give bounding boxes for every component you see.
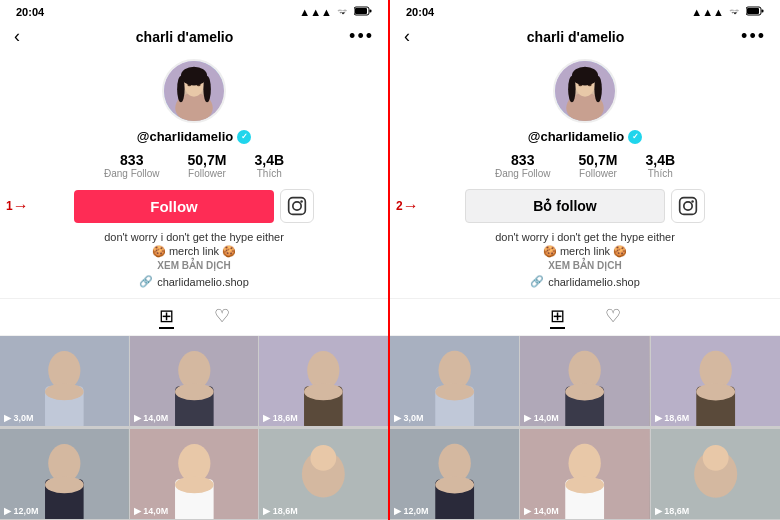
profile-section-right: @charlidamelio ✓ 833 Đang Follow 50,7M F… [390,51,780,298]
stat-following-right: 833 Đang Follow [495,152,551,179]
stat-followers-right: 50,7M Follower [579,152,618,179]
svg-point-26 [304,383,343,400]
video-count-3-left: ▶ 18,6M [263,413,298,423]
svg-point-37 [311,445,337,471]
right-panel: 20:04 ▲▲▲ [390,0,780,520]
tab-bookmark-right[interactable]: ♡ [605,305,621,329]
left-panel: 20:04 ▲▲▲ [0,0,390,520]
tab-grid-left[interactable]: ⊞ [159,305,174,329]
username-row-left: @charlidamelio ✓ [137,129,251,144]
shop-link-left[interactable]: 🔗 charlidamelio.shop [139,275,249,288]
battery-icon [354,6,372,18]
time-left: 20:04 [16,6,44,18]
signal-icon-right: ▲▲▲ [691,6,724,18]
stat-followers-label-left: Follower [188,168,226,179]
avatar-image-left [164,61,224,121]
video-thumb-6-left[interactable]: ▶ 18,6M [259,429,388,519]
bio-line1-left: don't worry i don't get the hype either [104,231,284,243]
status-bar-right: 20:04 ▲▲▲ [390,0,780,22]
svg-rect-1 [355,8,367,14]
tab-grid-right[interactable]: ⊞ [550,305,565,329]
tabs-bar-right: ⊞ ♡ [390,298,780,336]
annotation-left: 1 → [6,197,29,215]
svg-point-72 [566,476,605,493]
annotation-right: 2 → [396,197,419,215]
bio-line2-left: 🍪 merch link 🍪 [152,245,236,258]
stat-followers-label-right: Follower [579,168,617,179]
bio-line2-right: 🍪 merch link 🍪 [543,245,627,258]
video-count-5-left: ▶ 14,0M [134,506,169,516]
instagram-button-right[interactable] [671,189,705,223]
video-count-2-right: ▶ 14,0M [524,413,559,423]
video-thumb-1-left[interactable]: ▶ 3,0M [0,336,129,426]
translate-left[interactable]: XEM BẢN DỊCH [157,260,230,271]
video-thumb-3-left[interactable]: ▶ 18,6M [259,336,388,426]
wifi-icon-right [728,6,742,18]
bio-line1-right: don't worry i don't get the hype either [495,231,675,243]
video-thumb-6-right[interactable]: ▶ 18,6M [651,429,780,519]
back-button-left[interactable]: ‹ [14,26,20,47]
avatar-right [553,59,617,123]
stat-likes-left: 3,4B Thích [254,152,284,179]
avatar-left [162,59,226,123]
stats-row-right: 833 Đang Follow 50,7M Follower 3,4B Thíc… [495,152,675,179]
video-count-2-left: ▶ 14,0M [134,413,169,423]
svg-point-34 [175,476,214,493]
video-thumb-2-right[interactable]: ▶ 14,0M [520,336,649,426]
stats-row-left: 833 Đang Follow 50,7M Follower 3,4B Thíc… [104,152,284,179]
stat-following-number-left: 833 [120,152,143,168]
username-row-right: @charlidamelio ✓ [528,129,642,144]
stat-following-number-right: 833 [511,152,534,168]
battery-icon-right [746,6,764,18]
verified-badge-left: ✓ [237,130,251,144]
stat-likes-right: 3,4B Thích [645,152,675,179]
video-thumb-2-left[interactable]: ▶ 14,0M [130,336,259,426]
svg-point-11 [203,76,211,102]
svg-point-75 [702,444,728,470]
video-count-6-left: ▶ 18,6M [263,506,298,516]
app-container: 20:04 ▲▲▲ [0,0,780,520]
more-button-left[interactable]: ••• [349,26,374,47]
verified-badge-right: ✓ [628,130,642,144]
nav-bar-right: ‹ charli d'amelio ••• [390,22,780,51]
svg-point-22 [175,383,214,400]
svg-point-13 [293,202,301,210]
svg-point-51 [684,202,692,210]
nav-title-right: charli d'amelio [527,29,624,45]
svg-rect-2 [370,10,372,13]
stat-following-label-left: Đang Follow [104,168,160,179]
stat-likes-label-right: Thích [648,168,673,179]
translate-right[interactable]: XEM BẢN DỊCH [548,260,621,271]
svg-point-30 [45,476,84,493]
video-count-4-right: ▶ 12,0M [394,506,429,516]
video-count-5-right: ▶ 14,0M [524,506,559,516]
unfollow-button-right[interactable]: Bỏ follow [465,189,665,223]
video-thumb-1-right[interactable]: ▶ 3,0M [390,336,519,426]
video-grid-right: ▶ 3,0M ▶ 14,0M ▶ 18,6M [390,336,780,520]
username-left: @charlidamelio [137,129,233,144]
stat-followers-number-right: 50,7M [579,152,618,168]
follow-button-left[interactable]: Follow [74,190,274,223]
video-thumb-5-right[interactable]: ▶ 14,0M [520,429,649,519]
status-bar-left: 20:04 ▲▲▲ [0,0,388,22]
arrow-right: → [403,197,419,215]
tab-bookmark-left[interactable]: ♡ [214,305,230,329]
video-thumb-4-left[interactable]: ▶ 12,0M [0,429,129,519]
shop-link-right[interactable]: 🔗 charlidamelio.shop [530,275,640,288]
video-thumb-5-left[interactable]: ▶ 14,0M [130,429,259,519]
svg-point-56 [435,383,474,400]
video-thumb-3-right[interactable]: ▶ 18,6M [651,336,780,426]
more-button-right[interactable]: ••• [741,26,766,47]
svg-point-64 [696,383,735,400]
profile-section-left: @charlidamelio ✓ 833 Đang Follow 50,7M F… [0,51,388,298]
svg-point-18 [45,383,84,400]
stat-likes-number-left: 3,4B [254,152,284,168]
back-button-right[interactable]: ‹ [404,26,410,47]
video-thumb-4-right[interactable]: ▶ 12,0M [390,429,519,519]
stat-likes-label-left: Thích [257,168,282,179]
video-count-3-right: ▶ 18,6M [655,413,690,423]
svg-point-47 [572,67,598,86]
instagram-button-left[interactable] [280,189,314,223]
tabs-bar-left: ⊞ ♡ [0,298,388,336]
status-icons-left: ▲▲▲ [299,6,372,18]
